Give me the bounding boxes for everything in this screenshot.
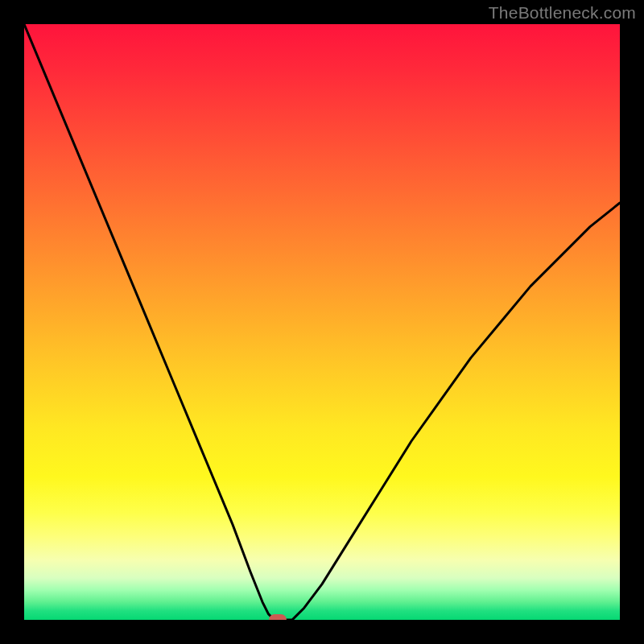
plot-area [24,24,620,620]
bottleneck-curve [24,24,620,620]
optimal-point-marker [269,614,287,620]
chart-frame: TheBottleneck.com [0,0,644,644]
watermark-text: TheBottleneck.com [489,3,636,23]
